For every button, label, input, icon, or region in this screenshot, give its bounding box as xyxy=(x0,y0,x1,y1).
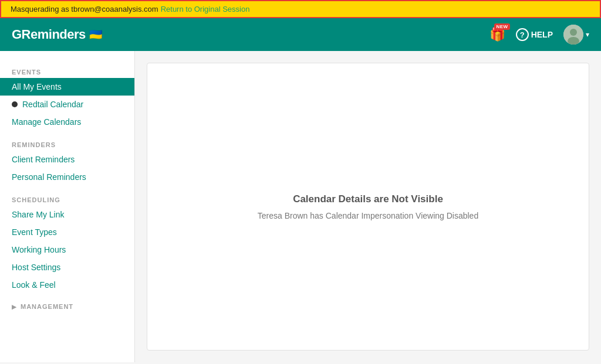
avatar xyxy=(563,25,583,45)
reminders-section-label: REMINDERS xyxy=(0,135,134,151)
sidebar-item-working-hours[interactable]: Working Hours xyxy=(0,241,134,258)
sidebar-item-host-settings[interactable]: Host Settings xyxy=(0,258,134,276)
redtail-dot-icon xyxy=(12,101,18,107)
redtail-calendar-label: Redtail Calendar xyxy=(22,100,83,109)
sidebar-item-share-my-link[interactable]: Share My Link xyxy=(0,206,134,223)
masquerade-banner: Masquerading as tbrown@coaanalysis.com R… xyxy=(0,0,601,18)
sidebar-item-event-types[interactable]: Event Types xyxy=(0,223,134,241)
ukraine-flag-icon: 🇺🇦 xyxy=(89,28,102,41)
card-subtitle: Teresa Brown has Calendar Impersonation … xyxy=(258,211,478,220)
main-layout: EVENTS All My Events Redtail Calendar Ma… xyxy=(0,51,601,362)
sidebar-item-redtail-calendar[interactable]: Redtail Calendar xyxy=(0,96,134,113)
avatar-chevron-icon: ▾ xyxy=(586,30,589,39)
content-card: Calendar Details are Not Visible Teresa … xyxy=(147,63,589,351)
top-navigation: GReminders 🇺🇦 🎁 NEW ? HELP ▾ xyxy=(0,18,601,51)
help-label: HELP xyxy=(531,30,553,39)
look-and-feel-label: Look & Feel xyxy=(12,280,56,290)
new-badge: NEW xyxy=(494,23,509,30)
sidebar-item-personal-reminders[interactable]: Personal Reminders xyxy=(0,168,134,186)
masquerade-text: Masquerading as tbrown@coaanalysis.com xyxy=(11,5,158,13)
avatar-button[interactable]: ▾ xyxy=(563,25,589,45)
host-settings-label: Host Settings xyxy=(12,263,60,272)
events-section-label: EVENTS xyxy=(0,63,134,78)
help-circle-icon: ? xyxy=(516,28,529,41)
scheduling-section-label: SCHEDULING xyxy=(0,190,134,206)
personal-reminders-label: Personal Reminders xyxy=(12,172,86,182)
share-my-link-label: Share My Link xyxy=(12,210,64,219)
all-my-events-label: All My Events xyxy=(12,82,62,91)
logo-text: GReminders xyxy=(12,27,86,42)
sidebar-item-manage-calendars[interactable]: Manage Calendars xyxy=(0,113,134,131)
help-button[interactable]: ? HELP xyxy=(516,28,553,41)
sidebar: EVENTS All My Events Redtail Calendar Ma… xyxy=(0,51,135,362)
gift-button[interactable]: 🎁 NEW xyxy=(489,27,505,42)
management-chevron-icon: ▶ xyxy=(12,304,17,310)
svg-point-1 xyxy=(570,29,577,36)
logo-area: GReminders 🇺🇦 xyxy=(12,27,102,42)
management-label: MANAGEMENT xyxy=(21,303,73,310)
sidebar-item-management[interactable]: ▶ MANAGEMENT xyxy=(0,297,134,316)
nav-right: 🎁 NEW ? HELP ▾ xyxy=(489,25,589,45)
return-to-original-link[interactable]: Return to Original Session xyxy=(161,5,250,13)
sidebar-item-look-and-feel[interactable]: Look & Feel xyxy=(0,276,134,294)
sidebar-item-all-my-events[interactable]: All My Events xyxy=(0,78,134,96)
manage-calendars-label: Manage Calendars xyxy=(12,117,81,127)
event-types-label: Event Types xyxy=(12,227,57,237)
card-title: Calendar Details are Not Visible xyxy=(293,193,443,205)
content-area: Calendar Details are Not Visible Teresa … xyxy=(135,51,601,362)
sidebar-item-client-reminders[interactable]: Client Reminders xyxy=(0,151,134,168)
working-hours-label: Working Hours xyxy=(12,245,66,254)
client-reminders-label: Client Reminders xyxy=(12,155,75,164)
